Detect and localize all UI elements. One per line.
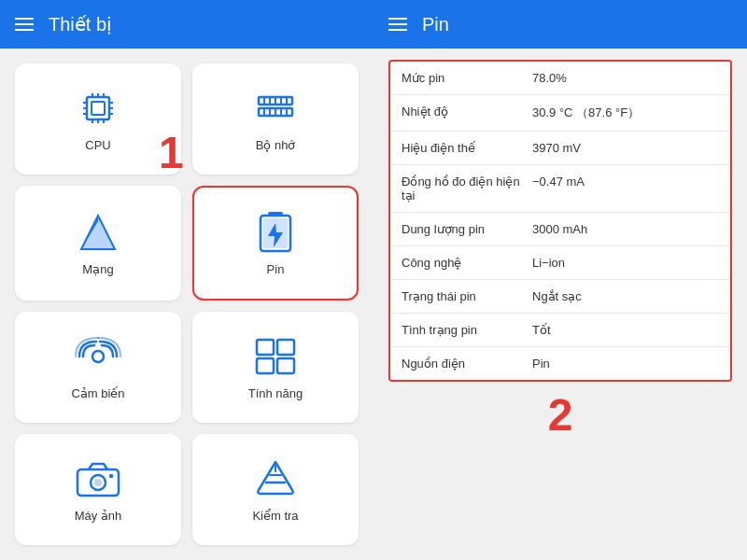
svg-rect-37 [277, 358, 294, 373]
right-header: Pin [374, 0, 747, 49]
right-header-title: Pin [422, 14, 449, 35]
info-row-value: 3970 mV [532, 141, 581, 155]
info-row-label: Nhiệt độ [402, 105, 532, 121]
cpu-label: CPU [85, 138, 110, 152]
info-row: Nguồn điệnPin [390, 347, 730, 380]
test-icon [253, 456, 298, 501]
test-label: Kiểm tra [252, 509, 298, 523]
features-label: Tính năng [248, 386, 303, 400]
camera-label: Máy ảnh [75, 509, 122, 523]
hamburger-menu-icon[interactable] [15, 18, 34, 31]
network-icon [76, 210, 120, 255]
svg-point-33 [92, 351, 104, 362]
info-row-label: Công nghệ [402, 256, 532, 270]
info-row-label: Đồng hồ đo điện hiện tại [402, 175, 532, 203]
info-row-label: Mức pin [402, 71, 532, 85]
network-label: Mạng [82, 262, 113, 276]
sensor-icon [76, 334, 120, 379]
features-icon [253, 334, 298, 379]
svg-rect-34 [257, 340, 274, 355]
info-row-value: 78.0% [532, 71, 567, 85]
info-row: Công nghệLi−ion [390, 246, 730, 280]
grid-item-camera[interactable]: Máy ảnh [15, 434, 181, 545]
info-row: Trạng thái pinNgắt sạc [390, 280, 730, 314]
device-grid: CPU [0, 49, 374, 560]
info-row: Mức pin78.0% [390, 62, 730, 95]
grid-item-memory[interactable]: Bộ nhớ [192, 63, 359, 175]
grid-item-cpu[interactable]: CPU [15, 63, 181, 175]
grid-item-battery[interactable]: Pin [192, 186, 359, 301]
info-row-label: Trạng thái pin [402, 289, 532, 303]
info-row-label: Hiệu điện thế [402, 141, 532, 155]
badge-2: 2 [388, 389, 732, 441]
info-row-value: Li−ion [532, 256, 565, 270]
svg-rect-35 [277, 340, 294, 355]
info-row: Nhiệt độ30.9 °C （87.6 °F） [390, 95, 730, 132]
info-row-label: Dung lượng pin [402, 222, 532, 236]
camera-icon [76, 456, 120, 501]
info-row-value: Ngắt sạc [532, 289, 582, 303]
cpu-icon [76, 86, 120, 131]
svg-rect-0 [87, 97, 109, 119]
right-content: Mức pin78.0%Nhiệt độ30.9 °C （87.6 °F）Hiệ… [374, 49, 747, 560]
memory-label: Bộ nhớ [256, 138, 296, 152]
battery-info-table: Mức pin78.0%Nhiệt độ30.9 °C （87.6 °F）Hiệ… [388, 60, 732, 382]
info-row: Đồng hồ đo điện hiện tại−0.47 mA [390, 165, 730, 213]
sensor-label: Cảm biến [71, 386, 124, 400]
info-row: Hiệu điện thế3970 mV [390, 132, 730, 165]
battery-icon [253, 210, 298, 255]
right-panel: Pin Mức pin78.0%Nhiệt độ30.9 °C （87.6 °F… [374, 0, 747, 560]
info-row: Dung lượng pin3000 mAh [390, 213, 730, 246]
info-row-value: 3000 mAh [532, 222, 587, 236]
svg-rect-1 [92, 102, 105, 115]
memory-icon [253, 86, 298, 131]
info-row: Tình trạng pinTốt [390, 314, 730, 347]
info-row-value: −0.47 mA [532, 175, 585, 203]
info-row-value: Pin [532, 357, 550, 371]
info-row-label: Tình trạng pin [402, 323, 532, 337]
svg-point-40 [94, 479, 102, 486]
grid-item-sensor[interactable]: Cảm biến [15, 312, 181, 423]
svg-rect-41 [109, 474, 113, 478]
left-header: Thiết bị [0, 0, 374, 49]
info-row-value: Tốt [532, 323, 551, 337]
left-header-title: Thiết bị [49, 13, 112, 35]
battery-label: Pin [267, 262, 285, 276]
grid-item-features[interactable]: Tính năng [192, 312, 359, 423]
svg-rect-36 [257, 358, 274, 373]
grid-item-network[interactable]: Mạng [15, 186, 181, 301]
right-hamburger-icon[interactable] [388, 18, 407, 31]
info-row-label: Nguồn điện [402, 357, 532, 371]
grid-item-test[interactable]: Kiểm tra [192, 434, 359, 545]
info-row-value: 30.9 °C （87.6 °F） [532, 105, 640, 121]
